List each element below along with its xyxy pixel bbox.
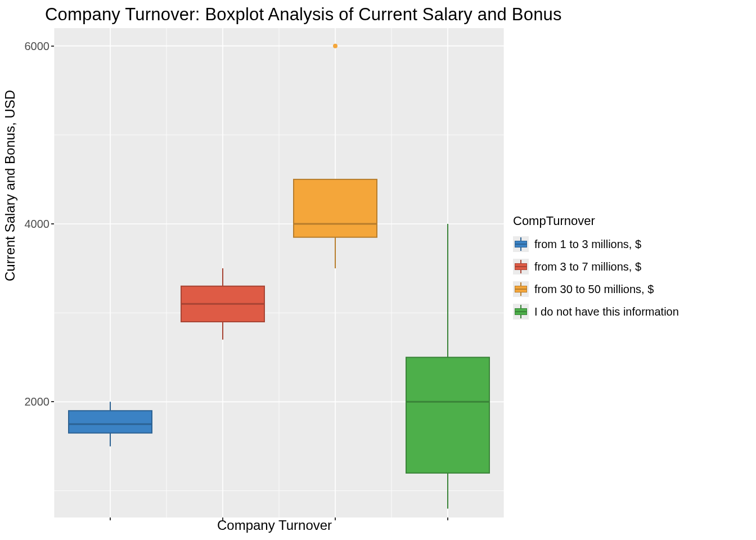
legend-label: from 1 to 3 millions, $ [534, 238, 641, 251]
legend-key-icon [513, 281, 529, 297]
boxplot-0 [69, 402, 152, 446]
legend-item: I do not have this information [513, 304, 679, 320]
svg-rect-25 [294, 179, 377, 237]
legend-key-icon [513, 304, 529, 320]
y-tick-mark [51, 46, 54, 47]
legend-key-icon [513, 259, 529, 274]
boxplot-3 [406, 224, 489, 508]
x-tick-mark [110, 518, 111, 520]
chart-title: Company Turnover: Boxplot Analysis of Cu… [45, 4, 562, 25]
y-tick-mark [51, 401, 54, 402]
legend: CompTurnover from 1 to 3 millions, $from… [513, 214, 679, 326]
outlier-point [333, 44, 338, 48]
boxplot-1 [181, 268, 264, 340]
chart-figure: Company Turnover: Boxplot Analysis of Cu… [0, 0, 756, 540]
y-tick-mark [51, 223, 54, 224]
legend-item: from 1 to 3 millions, $ [513, 236, 679, 252]
plot-svg [54, 28, 504, 518]
svg-rect-17 [69, 411, 152, 433]
y-axis-label: Current Salary and Bonus, USD [2, 90, 18, 281]
legend-item: from 3 to 7 millions, $ [513, 259, 679, 274]
x-tick-mark [335, 518, 336, 520]
legend-label: I do not have this information [534, 305, 679, 318]
legend-key-icon [513, 236, 529, 252]
y-tick-label: 2000 [25, 395, 50, 408]
legend-title: CompTurnover [513, 214, 679, 228]
y-tick-label: 6000 [25, 39, 50, 52]
plot-area: 200040006000 [54, 28, 504, 518]
legend-item: from 30 to 50 millions, $ [513, 281, 679, 297]
x-axis-label: Company Turnover [217, 518, 332, 533]
legend-label: from 3 to 7 millions, $ [534, 260, 641, 273]
x-tick-mark [447, 518, 448, 520]
svg-rect-29 [406, 357, 489, 473]
y-tick-label: 4000 [25, 218, 50, 231]
legend-label: from 30 to 50 millions, $ [534, 283, 654, 296]
